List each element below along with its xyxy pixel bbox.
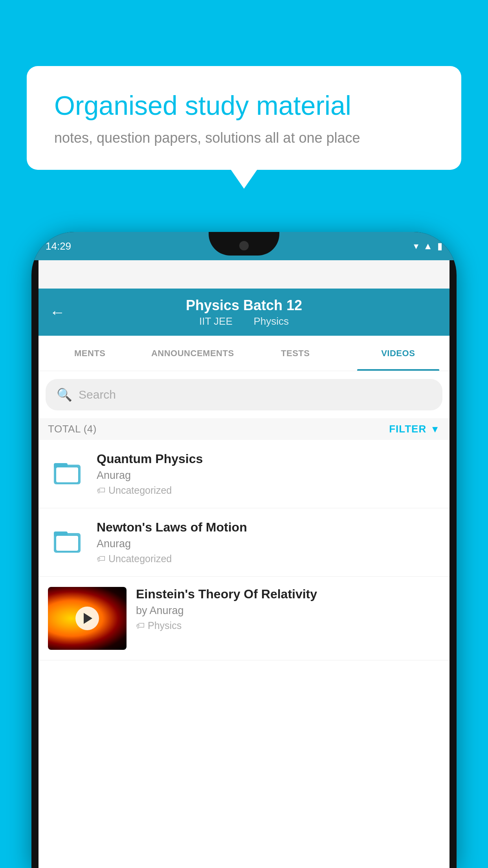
video-info-2: Newton's Laws of Motion Anurag 🏷 Uncateg… — [97, 520, 440, 565]
tab-ments[interactable]: MENTS — [39, 336, 141, 371]
svg-rect-5 — [56, 535, 79, 551]
video-thumbnail-3 — [48, 587, 127, 650]
phone-screen: ← Physics Batch 12 IIT JEE Physics MENTS… — [39, 260, 449, 868]
battery-icon: ▮ — [437, 241, 442, 252]
status-icons: ▾ ▲ ▮ — [414, 241, 442, 252]
video-tag-1: 🏷 Uncategorized — [97, 485, 440, 496]
list-item[interactable]: Einstein's Theory Of Relativity by Anura… — [39, 577, 449, 660]
video-list: Quantum Physics Anurag 🏷 Uncategorized — [39, 440, 449, 660]
subtitle-iit: IIT JEE — [199, 315, 233, 327]
play-button[interactable] — [75, 607, 99, 630]
subtitle-separator — [242, 315, 247, 327]
bubble-title: Organised study material — [54, 90, 434, 122]
tag-icon: 🏷 — [97, 554, 105, 564]
list-item[interactable]: Newton's Laws of Motion Anurag 🏷 Uncateg… — [39, 508, 449, 577]
video-thumb-2 — [48, 525, 87, 560]
bubble-subtitle: notes, question papers, solutions all at… — [54, 130, 434, 146]
video-info-1: Quantum Physics Anurag 🏷 Uncategorized — [97, 452, 440, 496]
video-tag-2: 🏷 Uncategorized — [97, 553, 440, 565]
status-time: 14:29 — [46, 240, 71, 252]
filter-button[interactable]: FILTER ▼ — [389, 423, 440, 435]
camera — [239, 241, 249, 250]
tag-icon: 🏷 — [97, 485, 105, 496]
video-title-1: Quantum Physics — [97, 452, 440, 466]
back-button[interactable]: ← — [50, 303, 65, 321]
video-thumb-1 — [48, 456, 87, 492]
video-title-2: Newton's Laws of Motion — [97, 520, 440, 535]
video-info-3: Einstein's Theory Of Relativity by Anura… — [136, 587, 440, 631]
search-icon: 🔍 — [57, 387, 72, 402]
app-bar-title: Physics Batch 12 — [186, 297, 302, 314]
total-count: TOTAL (4) — [48, 423, 97, 435]
play-icon — [84, 613, 92, 624]
tab-bar: MENTS ANNOUNCEMENTS TESTS VIDEOS — [39, 336, 449, 371]
speech-bubble: Organised study material notes, question… — [27, 66, 461, 170]
subtitle-physics: Physics — [253, 315, 289, 327]
folder-icon — [52, 456, 83, 492]
status-bar: 14:29 ▾ ▲ ▮ — [31, 232, 457, 260]
tag-label-3: Physics — [148, 620, 182, 631]
video-title-3: Einstein's Theory Of Relativity — [136, 587, 440, 601]
tab-announcements[interactable]: ANNOUNCEMENTS — [141, 336, 244, 371]
tab-videos[interactable]: VIDEOS — [347, 336, 450, 371]
content-area: 🔍 Search TOTAL (4) FILTER ▼ — [39, 371, 449, 868]
app-bar-subtitle: IIT JEE Physics — [196, 315, 292, 327]
folder-icon — [52, 524, 83, 560]
tag-label-1: Uncategorized — [108, 485, 172, 496]
search-placeholder: Search — [79, 388, 116, 401]
video-tag-3: 🏷 Physics — [136, 620, 440, 631]
speech-bubble-container: Organised study material notes, question… — [27, 66, 461, 170]
tab-tests[interactable]: TESTS — [244, 336, 347, 371]
list-item[interactable]: Quantum Physics Anurag 🏷 Uncategorized — [39, 440, 449, 508]
tag-label-2: Uncategorized — [108, 553, 172, 565]
video-author-3: by Anurag — [136, 605, 440, 617]
app-bar: ← Physics Batch 12 IIT JEE Physics — [39, 289, 449, 336]
svg-rect-2 — [56, 467, 79, 483]
search-bar[interactable]: 🔍 Search — [46, 379, 442, 410]
video-author-1: Anurag — [97, 469, 440, 482]
notch — [209, 232, 279, 256]
video-author-2: Anurag — [97, 538, 440, 550]
filter-row: TOTAL (4) FILTER ▼ — [39, 418, 449, 440]
tag-icon: 🏷 — [136, 621, 145, 631]
signal-icon: ▲ — [423, 241, 433, 252]
filter-icon: ▼ — [430, 424, 440, 435]
wifi-icon: ▾ — [414, 241, 418, 252]
filter-label: FILTER — [389, 423, 426, 435]
phone-frame: 14:29 ▾ ▲ ▮ ← Physics Batch 12 IIT JEE P… — [31, 232, 457, 868]
